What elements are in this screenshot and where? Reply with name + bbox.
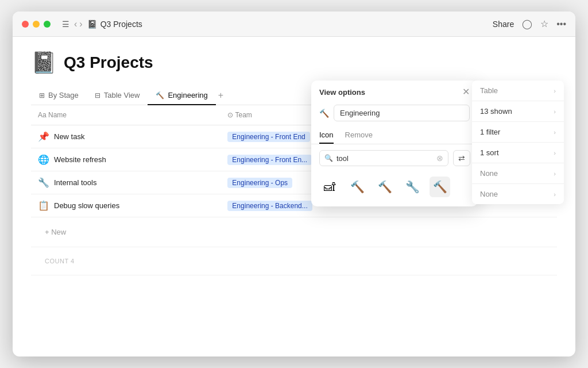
page-emoji: 📓 <box>87 20 97 29</box>
rp-row-sort[interactable]: 1 sort › <box>472 143 564 163</box>
vo-tab-remove[interactable]: Remove <box>345 127 373 144</box>
page-breadcrumb: 📓 Q3 Projects <box>87 20 142 29</box>
row-name-label: Website refresh <box>54 155 106 164</box>
right-panel: Table › 13 shown › 1 filter › 1 sort › N… <box>472 80 564 204</box>
vo-name-input[interactable] <box>334 105 470 121</box>
rp-none2-chevron: › <box>554 191 556 198</box>
tab-engineering[interactable]: 🔨 Engineering <box>148 86 215 105</box>
col-header-name[interactable]: Aa Name <box>31 105 220 125</box>
vo-search-input[interactable] <box>336 154 433 163</box>
star-icon[interactable]: ☆ <box>540 18 548 29</box>
row-name-cell: 🔧 Internal tools <box>31 171 220 194</box>
row-icon: 🌐 <box>38 154 49 165</box>
team-tag: Engineering - Front End <box>227 132 310 142</box>
team-col-prefix: ⊙ <box>227 111 233 119</box>
main-window: ☰ ‹ › 📓 Q3 Projects Share ◯ ☆ ••• 📓 Q3 P… <box>13 12 575 356</box>
vo-search-box: 🔍 ⊗ <box>319 150 448 166</box>
count-label: COUNT <box>45 258 68 264</box>
row-icon: 📌 <box>38 131 49 142</box>
share-button[interactable]: Share <box>493 20 514 29</box>
vo-icon-hammer2[interactable]: 🔨 <box>374 177 395 197</box>
rp-none2-label: None <box>480 190 498 198</box>
rp-sort-label: 1 sort <box>480 148 499 157</box>
tab-by-stage[interactable]: ⊞ By Stage <box>31 86 87 105</box>
page-header: 📓 Q3 Projects <box>31 51 557 75</box>
vo-icon-hammer1[interactable]: 🔨 <box>347 177 368 197</box>
minimize-button[interactable] <box>33 21 40 28</box>
more-icon[interactable]: ••• <box>556 19 566 29</box>
vo-search-row: 🔍 ⊗ ⇄ <box>311 144 478 172</box>
user-icon[interactable]: ◯ <box>522 18 532 29</box>
row-icon: 🔧 <box>38 177 49 188</box>
rp-filter-chevron: › <box>554 129 556 136</box>
rp-filter-label: 1 filter <box>480 128 500 136</box>
vo-header: View options ✕ <box>311 80 478 101</box>
by-stage-icon: ⊞ <box>39 91 45 99</box>
rp-row-none1[interactable]: None › <box>472 163 564 184</box>
titlebar-actions: Share ◯ ☆ ••• <box>493 18 566 29</box>
tab-engineering-label: Engineering <box>168 91 207 99</box>
row-name-label: New task <box>54 132 84 141</box>
nav-arrows: ‹ › <box>74 19 83 29</box>
row-name-cell: 🌐 Website refresh <box>31 148 220 171</box>
add-row-label: + New <box>45 228 66 236</box>
tab-table-view-label: Table View <box>104 91 140 99</box>
row-icon: 📋 <box>38 200 49 211</box>
rp-table-label: Table <box>480 86 498 95</box>
rp-shown-label: 13 shown <box>480 107 512 116</box>
name-col-label: Name <box>48 111 67 119</box>
team-tag: Engineering - Backend... <box>227 201 312 211</box>
tab-by-stage-label: By Stage <box>48 91 79 99</box>
rp-table-chevron: › <box>554 87 556 94</box>
table-view-icon: ⊟ <box>95 91 100 99</box>
rp-none1-chevron: › <box>554 170 556 177</box>
rp-row-none2[interactable]: None › <box>472 184 564 204</box>
count-value: 4 <box>71 258 75 264</box>
row-name-label: Debug slow queries <box>54 201 119 210</box>
vo-title: View options <box>319 88 365 97</box>
search-icon: 🔍 <box>324 154 333 162</box>
name-col-prefix: Aa <box>38 111 47 119</box>
vo-icon-hammer3[interactable]: 🔨 <box>430 177 450 197</box>
traffic-lights <box>22 21 51 28</box>
rp-row-shown[interactable]: 13 shown › <box>472 101 564 122</box>
hamburger-icon[interactable]: ☰ <box>62 20 69 29</box>
page-title-label: Q3 Projects <box>100 20 142 29</box>
vo-search-clear-button[interactable]: ⊗ <box>436 154 443 163</box>
team-tag: Engineering - Front En... <box>227 155 312 165</box>
vo-tab-icon[interactable]: Icon <box>319 127 334 144</box>
vo-icons-grid: 🛋 🔨 🔨 🔧 🔨 <box>311 172 478 206</box>
view-options-panel: View options ✕ 🔨 Icon Remove 🔍 ⊗ ⇄ 🛋 🔨 🔨… <box>311 80 478 206</box>
rp-row-filter[interactable]: 1 filter › <box>472 122 564 143</box>
header-title: Q3 Projects <box>64 53 153 72</box>
fullscreen-button[interactable] <box>44 21 51 28</box>
vo-shuffle-button[interactable]: ⇄ <box>453 150 470 166</box>
rp-row-table[interactable]: Table › <box>472 80 564 101</box>
vo-tabs: Icon Remove <box>311 127 478 144</box>
back-button[interactable]: ‹ <box>74 19 77 29</box>
header-emoji: 📓 <box>31 51 57 75</box>
team-tag: Engineering - Ops <box>227 178 292 188</box>
close-button[interactable] <box>22 21 29 28</box>
vo-name-row: 🔨 <box>311 101 478 127</box>
row-name-label: Internal tools <box>54 178 96 187</box>
tab-table-view[interactable]: ⊟ Table View <box>87 86 148 105</box>
rp-sort-chevron: › <box>554 150 556 156</box>
vo-name-icon: 🔨 <box>319 109 329 118</box>
row-name-cell: 📋 Debug slow queries <box>31 194 220 217</box>
add-row[interactable]: + New <box>31 217 557 247</box>
forward-button[interactable]: › <box>79 19 82 29</box>
rp-none1-label: None <box>480 169 498 178</box>
engineering-tab-icon: 🔨 <box>156 91 164 99</box>
add-tab-button[interactable]: + <box>218 90 223 101</box>
vo-icon-couch[interactable]: 🛋 <box>319 177 340 197</box>
vo-close-button[interactable]: ✕ <box>462 87 470 97</box>
team-col-label: Team <box>235 111 252 119</box>
row-name-cell: 📌 New task <box>31 125 220 148</box>
titlebar: ☰ ‹ › 📓 Q3 Projects Share ◯ ☆ ••• <box>13 12 575 37</box>
rp-shown-chevron: › <box>554 108 556 115</box>
vo-icon-wrench[interactable]: 🔧 <box>402 177 423 197</box>
